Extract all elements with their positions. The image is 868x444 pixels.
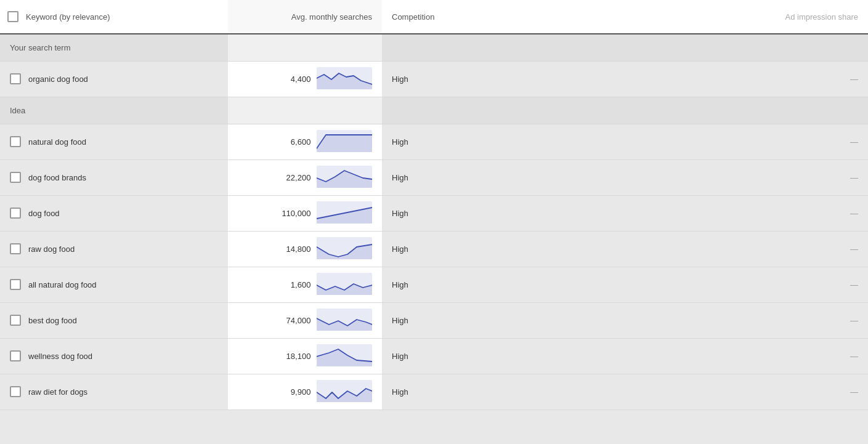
keyword-text: best dog food <box>28 316 77 325</box>
searches-value: 14,800 <box>286 244 311 254</box>
keyword-cell: organic dog food <box>0 61 228 97</box>
keyword-col-label: Keyword (by relevance) <box>26 12 110 22</box>
searches-cell: 14,800 <box>228 231 382 267</box>
keyword-cell: wellness dog food <box>0 338 228 374</box>
section-header-row: Your search term <box>0 34 868 61</box>
row-checkbox[interactable] <box>10 73 21 84</box>
section-label: Your search term <box>0 34 228 61</box>
competition-cell: High <box>382 124 567 159</box>
section-ad-cell <box>567 34 868 61</box>
searches-cell: 22,200 <box>228 159 382 195</box>
ad-dash: — <box>850 173 858 182</box>
competition-cell: High <box>382 61 567 97</box>
sparkline-chart <box>317 201 372 225</box>
sparkline-chart <box>317 237 372 261</box>
table-header-row: Keyword (by relevance) Avg. monthly sear… <box>0 0 868 34</box>
row-checkbox[interactable] <box>10 136 21 147</box>
searches-value: 18,100 <box>286 352 311 361</box>
sparkline-chart <box>317 273 372 297</box>
table-row: organic dog food 4,400 High — <box>0 61 868 97</box>
keyword-text: dog food <box>28 209 60 218</box>
sparkline-chart <box>317 380 372 404</box>
searches-value: 1,600 <box>291 280 311 289</box>
searches-col-label: Avg. monthly searches <box>291 12 372 22</box>
competition-cell: High <box>382 159 567 195</box>
sparkline-chart <box>317 166 372 190</box>
row-checkbox[interactable] <box>10 386 21 397</box>
section-searches-cell <box>228 34 382 61</box>
searches-value: 110,000 <box>282 209 310 218</box>
searches-value: 9,900 <box>291 387 311 397</box>
table-row: dog food brands 22,200 High — <box>0 159 868 195</box>
competition-col-label: Competition <box>392 12 434 22</box>
ad-column-header[interactable]: Ad impression share <box>567 0 868 34</box>
competition-cell: High <box>382 338 567 374</box>
section-ad-cell <box>567 97 868 124</box>
keyword-cell: raw diet for dogs <box>0 374 228 410</box>
searches-value: 6,600 <box>291 137 311 147</box>
keyword-column-header[interactable]: Keyword (by relevance) <box>0 0 228 34</box>
keyword-text: all natural dog food <box>28 280 97 289</box>
ad-dash: — <box>850 75 858 84</box>
searches-cell: 6,600 <box>228 124 382 159</box>
keyword-text: natural dog food <box>28 137 86 147</box>
ad-cell: — <box>567 61 868 97</box>
searches-column-header[interactable]: Avg. monthly searches <box>228 0 382 34</box>
select-all-checkbox[interactable] <box>7 11 18 22</box>
keyword-text: raw dog food <box>28 244 75 254</box>
competition-cell: High <box>382 231 567 267</box>
keyword-text: organic dog food <box>28 75 88 84</box>
searches-value: 22,200 <box>286 173 311 182</box>
section-searches-cell <box>228 97 382 124</box>
searches-cell: 74,000 <box>228 302 382 338</box>
keyword-cell: dog food brands <box>0 159 228 195</box>
ad-cell: — <box>567 124 868 159</box>
row-checkbox[interactable] <box>10 279 21 290</box>
section-competition-cell <box>382 34 567 61</box>
competition-cell: High <box>382 267 567 302</box>
sparkline-chart <box>317 130 372 154</box>
ad-cell: — <box>567 159 868 195</box>
keyword-text: dog food brands <box>28 173 86 182</box>
ad-dash: — <box>850 137 858 147</box>
row-checkbox[interactable] <box>10 350 21 361</box>
row-checkbox[interactable] <box>10 315 21 326</box>
section-label: Idea <box>0 97 228 124</box>
table-row: raw diet for dogs 9,900 High — <box>0 374 868 410</box>
competition-cell: High <box>382 195 567 231</box>
searches-cell: 110,000 <box>228 195 382 231</box>
ad-cell: — <box>567 338 868 374</box>
ad-cell: — <box>567 195 868 231</box>
ad-dash: — <box>850 387 858 397</box>
ad-dash: — <box>850 352 858 361</box>
table-row: dog food 110,000 High — <box>0 195 868 231</box>
section-competition-cell <box>382 97 567 124</box>
table-row: natural dog food 6,600 High — <box>0 124 868 159</box>
row-checkbox[interactable] <box>10 243 21 254</box>
competition-value: High <box>392 387 408 397</box>
competition-cell: High <box>382 302 567 338</box>
competition-value: High <box>392 75 408 84</box>
keyword-cell: all natural dog food <box>0 267 228 302</box>
keyword-table-wrapper: Keyword (by relevance) Avg. monthly sear… <box>0 0 868 410</box>
keyword-table: Keyword (by relevance) Avg. monthly sear… <box>0 0 868 410</box>
row-checkbox[interactable] <box>10 208 21 219</box>
ad-cell: — <box>567 374 868 410</box>
table-row: all natural dog food 1,600 High — <box>0 267 868 302</box>
ad-dash: — <box>850 209 858 218</box>
competition-value: High <box>392 316 408 325</box>
ad-dash: — <box>850 244 858 254</box>
searches-cell: 4,400 <box>228 61 382 97</box>
searches-value: 4,400 <box>291 75 311 84</box>
sparkline-chart <box>317 309 372 333</box>
sparkline-chart <box>317 344 372 368</box>
keyword-text: raw diet for dogs <box>28 387 87 397</box>
ad-cell: — <box>567 267 868 302</box>
keyword-cell: natural dog food <box>0 124 228 159</box>
row-checkbox[interactable] <box>10 172 21 183</box>
competition-value: High <box>392 137 408 147</box>
competition-cell: High <box>382 374 567 410</box>
ad-cell: — <box>567 302 868 338</box>
competition-column-header[interactable]: Competition <box>382 0 567 34</box>
competition-value: High <box>392 244 408 254</box>
